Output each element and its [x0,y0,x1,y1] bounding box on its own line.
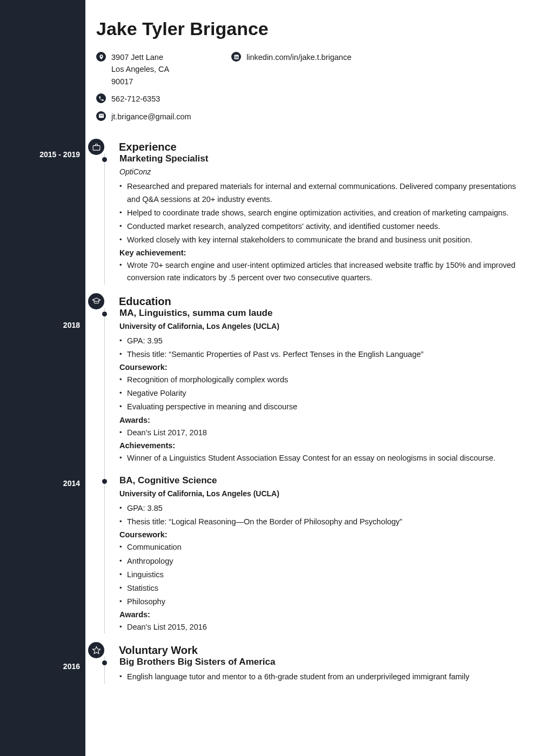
section-experience: Experience Marketing Specialist OptiConz… [96,141,524,284]
email-icon [96,111,106,121]
name-heading: Jake Tyler Brigance [96,18,524,39]
achievements-list: Winner of a Linguistics Student Associat… [119,452,524,464]
timeline-dot [102,312,107,316]
timeline-dot [102,479,107,484]
awards-label: Awards: [119,416,524,424]
bullet: English language tutor and mentor to a 6… [119,671,524,683]
awards-list: Dean's List 2017, 2018 [119,427,524,439]
bullet: Dean's List 2017, 2018 [119,427,524,439]
email-text: jt.brigance@gmail.com [111,111,191,123]
achievements-label: Achievements: [119,441,524,450]
experience-bullets: Researched and prepared materials for in… [119,180,524,246]
job-title: Marketing Specialist [119,153,524,164]
school-name: University of California, Los Angeles (U… [119,322,524,330]
experience-entry: Marketing Specialist OptiConz Researched… [119,153,524,284]
main-content: Jake Tyler Brigance 3907 Jett Lane Los A… [85,0,535,756]
phone-text: 562-712-6353 [111,93,160,105]
briefcase-icon [88,139,104,155]
bullet: Recognition of morphologically complex w… [119,374,524,386]
contact-col-left: 3907 Jett Lane Los Angeles, CA 90017 562… [96,51,231,128]
awards-label: Awards: [119,610,524,619]
phone-icon [96,93,106,103]
voluntary-timeline: Big Brothers Big Sisters of America Engl… [104,657,524,683]
bullet: Communication [119,541,524,554]
coursework-label: Coursework: [119,363,524,372]
sidebar: 2015 - 2019 2018 2014 2016 [0,0,85,756]
experience-timeline: Marketing Specialist OptiConz Researched… [104,153,524,284]
edu-bullets: GPA: 3.95 Thesis title: “Semantic Proper… [119,335,524,361]
contact-grid: 3907 Jett Lane Los Angeles, CA 90017 562… [96,51,524,128]
svg-rect-0 [93,146,100,151]
bullet: Winner of a Linguistics Student Associat… [119,452,524,464]
date-edu-1: 2014 [0,479,85,492]
bullet: Linguistics [119,569,524,581]
bullet: Conducted market research, analyzed comp… [119,220,524,233]
bullet: Worked closely with key internal stakeho… [119,234,524,246]
section-voluntary: Voluntary Work Big Brothers Big Sisters … [96,644,524,683]
edu-bullets: GPA: 3.85 Thesis title: “Logical Reasoni… [119,502,524,528]
bullet: Anthropology [119,555,524,568]
contact-email: jt.brigance@gmail.com [96,111,231,123]
awards-list: Dean's List 2015, 2016 [119,621,524,633]
coursework-list: Communication Anthropology Linguistics S… [119,541,524,608]
bullet: Researched and prepared materials for in… [119,180,524,205]
education-entry-0: MA, Linguistics, summa cum laude Univers… [119,308,524,464]
contact-linkedin: linkedin.com/in/jake.t.brigance [231,51,351,63]
bullet: Negative Polarity [119,387,524,400]
experience-title: Experience [119,141,524,153]
date-edu-0: 2018 [0,321,85,334]
key-achievement-label: Key achievement: [119,248,524,257]
star-icon [88,642,104,658]
contact-phone: 562-712-6353 [96,93,231,105]
education-entry-1: BA, Cognitive Science University of Cali… [119,475,524,634]
education-title: Education [119,295,524,308]
degree-title: BA, Cognitive Science [119,475,524,486]
timeline-dot [102,157,107,162]
contact-address: 3907 Jett Lane Los Angeles, CA 90017 [96,51,231,87]
bullet: Evaluating perspective in meaning and di… [119,401,524,413]
bullet: Statistics [119,582,524,595]
bullet: Dean's List 2015, 2016 [119,621,524,633]
coursework-label: Coursework: [119,530,524,539]
voluntary-entry: Big Brothers Big Sisters of America Engl… [119,657,524,683]
company-name: OptiConz [119,167,524,176]
location-icon [96,52,106,62]
education-timeline: MA, Linguistics, summa cum laude Univers… [104,308,524,634]
bullet: Thesis title: “Semantic Properties of Pa… [119,348,524,361]
school-name: University of California, Los Angeles (U… [119,489,524,498]
voluntary-org: Big Brothers Big Sisters of America [119,657,524,667]
key-achievement-list: Wrote 70+ search engine and user-intent … [119,259,524,284]
voluntary-title: Voluntary Work [119,644,524,657]
bullet: Helped to coordinate trade shows, search… [119,207,524,219]
bullet: GPA: 3.85 [119,502,524,515]
address-text: 3907 Jett Lane Los Angeles, CA 90017 [111,51,169,87]
graduation-icon [88,293,104,309]
coursework-list: Recognition of morphologically complex w… [119,374,524,414]
date-voluntary: 2016 [0,662,85,675]
date-experience: 2015 - 2019 [0,150,85,163]
linkedin-icon [231,52,241,62]
resume-page: 2015 - 2019 2018 2014 2016 Jake Tyler Br… [0,0,535,756]
bullet: GPA: 3.95 [119,335,524,347]
linkedin-text: linkedin.com/in/jake.t.brigance [246,51,351,63]
bullet: Wrote 70+ search engine and user-intent … [119,259,524,284]
bullet: Thesis title: “Logical Reasoning—On the … [119,516,524,528]
section-education: Education MA, Linguistics, summa cum lau… [96,295,524,634]
degree-title: MA, Linguistics, summa cum laude [119,308,524,319]
voluntary-bullets: English language tutor and mentor to a 6… [119,671,524,683]
bullet: Philosophy [119,596,524,608]
timeline-dot [102,660,107,665]
contact-col-right: linkedin.com/in/jake.t.brigance [231,51,351,128]
